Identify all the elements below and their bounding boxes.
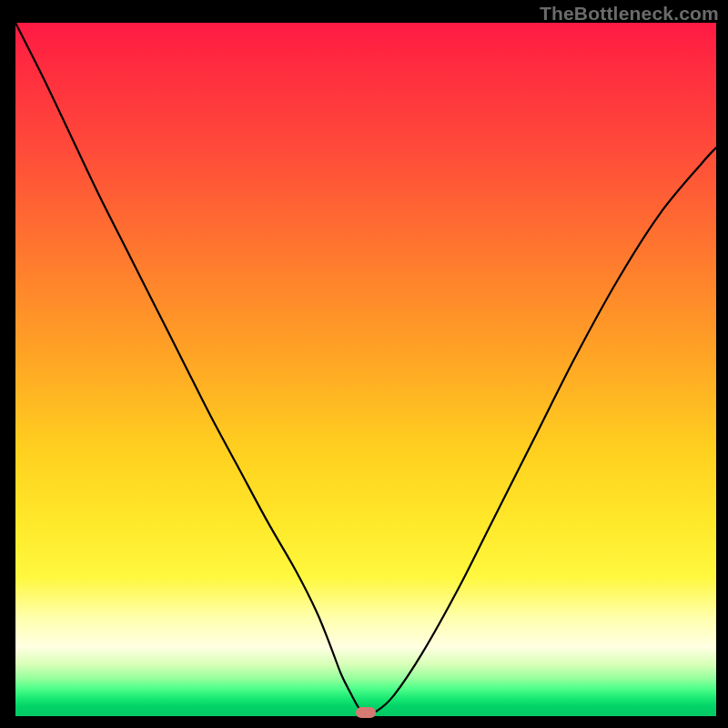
chart-stage: TheBottleneck.com bbox=[0, 0, 728, 728]
curve-path bbox=[15, 23, 716, 713]
bottleneck-curve bbox=[15, 23, 716, 716]
watermark-text: TheBottleneck.com bbox=[540, 3, 719, 25]
chart-plot-area bbox=[15, 23, 716, 716]
optimal-point-marker bbox=[356, 707, 376, 718]
